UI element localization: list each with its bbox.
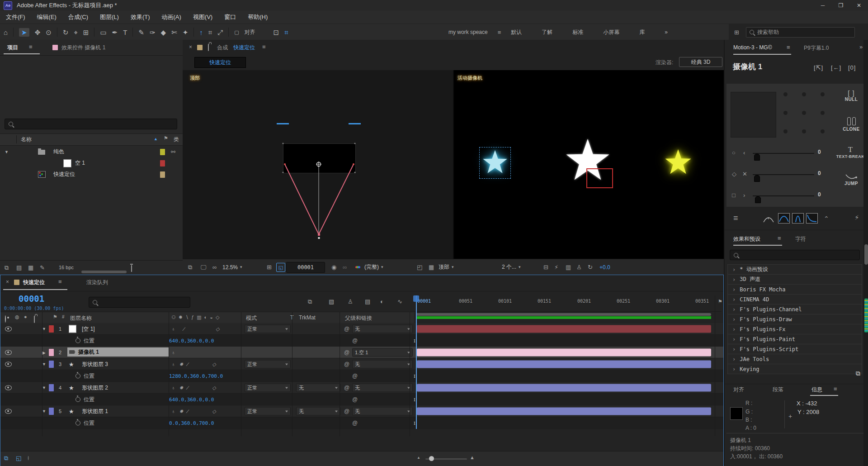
effects-group[interactable]: ›3D 声道 bbox=[728, 275, 862, 285]
property-row-position[interactable]: 位置 1280.0,360.0,700.0 @ I bbox=[0, 370, 723, 382]
exposure-value[interactable]: +0.0 bbox=[599, 259, 610, 275]
eye-column-icon[interactable] bbox=[5, 315, 6, 323]
slider-handle-3[interactable] bbox=[755, 196, 761, 203]
effects-group[interactable]: ›* 动画预设 bbox=[728, 265, 862, 275]
timeline-button-icon[interactable]: ▥ bbox=[566, 259, 571, 275]
tab-p9-subtitle[interactable]: P9字幕1.0 bbox=[804, 44, 829, 52]
stopwatch-icon[interactable] bbox=[75, 373, 80, 378]
workspace-tab-learn[interactable]: 了解 bbox=[532, 29, 562, 36]
selection-tool-icon[interactable]: ➤ bbox=[19, 28, 29, 37]
active-camera-view[interactable]: 活动摄像机 bbox=[454, 70, 724, 259]
audio-column-icon[interactable]: ◍ bbox=[15, 314, 19, 319]
trash-icon[interactable] bbox=[131, 265, 132, 272]
pickwhip-icon[interactable]: @ bbox=[352, 373, 358, 379]
select-target-icon[interactable]: [⇱] bbox=[814, 64, 823, 71]
tab-effect-controls[interactable]: 效果控件 摄像机 1 bbox=[61, 44, 105, 52]
project-search-input[interactable] bbox=[5, 119, 177, 129]
effects-group[interactable]: ›F's Plugins-Channel bbox=[728, 304, 862, 314]
parent-dropdown[interactable]: 1.空 1 bbox=[352, 348, 413, 357]
effects-group[interactable]: ›JAe Tools bbox=[728, 354, 862, 364]
pickwhip-icon[interactable]: @ bbox=[344, 326, 349, 332]
diamond-shape-icon[interactable]: ◇ bbox=[732, 171, 736, 177]
layer-name[interactable]: 形状图层 1 bbox=[82, 407, 108, 415]
column-type[interactable]: 类 bbox=[174, 136, 179, 143]
label-chip[interactable] bbox=[49, 408, 54, 415]
adjust-icon[interactable]: ✎ bbox=[40, 265, 45, 271]
fast-previews-icon[interactable]: ⚡ bbox=[554, 259, 558, 275]
work-area-bar[interactable] bbox=[416, 313, 711, 316]
viewer-timecode-field[interactable]: 00001 bbox=[286, 262, 325, 273]
time-ruler[interactable]: 00001 00051 00101 00151 00201 00251 0030… bbox=[414, 295, 722, 312]
layer-name[interactable]: 形状图层 3 bbox=[82, 360, 108, 368]
twirl-down-icon[interactable]: ▼ bbox=[42, 327, 46, 331]
curve-preset-narrow-bell[interactable] bbox=[792, 213, 804, 223]
layer-name[interactable]: 形状图层 2 bbox=[82, 384, 108, 391]
position-value[interactable]: 640.0,360.0,0.0 bbox=[169, 396, 214, 402]
3d-switch-icon[interactable]: ◇ bbox=[216, 326, 219, 332]
layer-duration-bar[interactable] bbox=[417, 360, 711, 368]
new-composition-icon[interactable]: ▦ bbox=[28, 265, 33, 271]
collapse-caret-icon[interactable]: ⌃ bbox=[824, 215, 829, 222]
snap-icon[interactable]: ⊡ bbox=[274, 29, 279, 36]
always-preview-icon[interactable]: ⧉ bbox=[188, 259, 192, 275]
layer-duration-bar[interactable] bbox=[417, 348, 711, 356]
square-shape-icon[interactable]: □ bbox=[732, 192, 736, 198]
circle-shape-icon[interactable]: ○ bbox=[732, 150, 736, 156]
draft-3d-icon[interactable]: ▧ bbox=[329, 299, 334, 304]
workspace-tab-libraries[interactable]: 库 bbox=[629, 29, 655, 36]
effects-group[interactable]: ›Boris FX Mocha bbox=[728, 285, 862, 295]
motion-panel-menu-icon[interactable]: ≡ bbox=[787, 44, 790, 50]
project-item-composition[interactable]: 快速定位 bbox=[0, 169, 183, 180]
workspace-settings-icon[interactable]: ⊞ bbox=[734, 29, 739, 35]
jump-button[interactable]: JUMP bbox=[837, 173, 866, 186]
quality-switch-icon[interactable]: ∕ bbox=[187, 409, 188, 414]
layer-row-2-selected[interactable]: ▶ 2 摄像机 1 ♁ @ 1.空 1 bbox=[0, 347, 723, 358]
menu-file[interactable]: 文件(F) bbox=[0, 13, 31, 21]
pickwhip-icon[interactable]: @ bbox=[352, 420, 358, 426]
property-row-position[interactable]: 位置 640.0,360.0,0.0 @ I bbox=[0, 394, 723, 405]
layer-name-column[interactable]: 图层名称 bbox=[70, 314, 92, 322]
effects-search-input[interactable] bbox=[730, 250, 860, 260]
camera-tool-icon[interactable]: ⌖ bbox=[74, 29, 77, 36]
eye-icon[interactable] bbox=[5, 361, 12, 366]
tab-motion-3[interactable]: Motion-3 - MG© bbox=[733, 44, 772, 51]
pan-behind-tool-icon[interactable]: ⊞ bbox=[83, 29, 89, 36]
label-column-icon[interactable]: ⚑ bbox=[53, 314, 57, 319]
menu-edit[interactable]: 编辑(E) bbox=[31, 13, 62, 21]
add-curve-icon[interactable]: + bbox=[763, 213, 774, 223]
layer-row-3[interactable]: ▼ 3 ★ 形状图层 3 ♁✸∕◇ 正常 @ 无 bbox=[0, 358, 723, 370]
timeline-zoom-handle[interactable] bbox=[429, 456, 434, 461]
new-folder-icon[interactable]: ▤ bbox=[16, 265, 22, 271]
type-tool-icon[interactable]: T bbox=[123, 29, 127, 36]
tab-character[interactable]: 字符 bbox=[795, 235, 806, 243]
parent-dropdown[interactable]: 无 bbox=[352, 324, 413, 333]
effects-group[interactable]: ›F's Plugins-Paint bbox=[728, 334, 862, 344]
mini-flowchart-icon[interactable]: ⧉ bbox=[308, 299, 312, 304]
eye-icon[interactable] bbox=[5, 350, 12, 355]
slider-handle-1[interactable] bbox=[754, 154, 760, 161]
show-snapshot-icon[interactable]: ∞ bbox=[343, 259, 347, 275]
effects-panel-menu-icon[interactable]: ≡ bbox=[778, 235, 781, 241]
horizontal-scrollbar[interactable] bbox=[81, 271, 127, 273]
flowchart-button-icon[interactable]: ♙ bbox=[576, 259, 582, 275]
channels-icon[interactable] bbox=[355, 259, 360, 275]
effects-group[interactable]: ›Keying bbox=[728, 364, 862, 374]
reset-exposure-icon[interactable]: ↻ bbox=[588, 259, 593, 275]
pickwhip-icon[interactable]: @ bbox=[352, 396, 358, 403]
motion-preview-box[interactable] bbox=[731, 92, 776, 138]
sort-arrow-icon[interactable]: ▲ bbox=[154, 137, 158, 141]
curve-preset-ease[interactable] bbox=[806, 213, 818, 223]
slider-track-3[interactable] bbox=[753, 195, 814, 196]
comp-label-chip[interactable] bbox=[160, 171, 165, 178]
renderer-button[interactable]: 经典 3D bbox=[679, 57, 722, 67]
layer-duration-bar[interactable] bbox=[417, 407, 711, 415]
twirl-right-icon[interactable]: ▶ bbox=[42, 350, 46, 355]
view-dropdown[interactable]: 顶部▾ bbox=[439, 259, 454, 275]
close-button[interactable]: ✕ bbox=[850, 0, 868, 11]
solid-label-chip[interactable] bbox=[160, 160, 165, 166]
chevron-left-icon[interactable]: ‹ bbox=[743, 150, 745, 156]
magnification-dropdown[interactable]: 12.5%▾ bbox=[222, 259, 242, 275]
workspace-tab-default[interactable]: 默认 bbox=[501, 29, 532, 36]
menu-composition[interactable]: 合成(C) bbox=[62, 13, 94, 21]
minimize-button[interactable]: ─ bbox=[814, 0, 832, 11]
